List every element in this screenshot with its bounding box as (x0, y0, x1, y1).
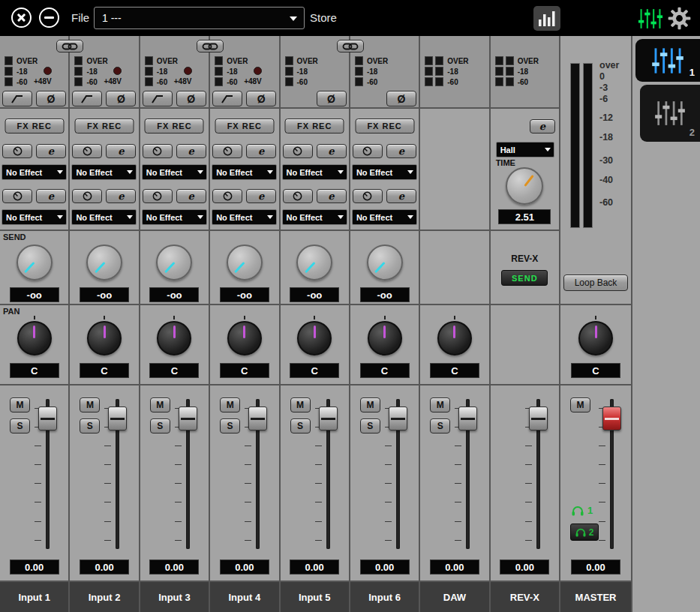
fader-handle[interactable] (179, 406, 197, 430)
mute-button[interactable]: M (10, 398, 30, 412)
fx2-edit-button[interactable]: e (317, 189, 347, 203)
pan-knob[interactable] (17, 321, 52, 356)
send-knob[interactable] (296, 244, 332, 280)
fx1-select[interactable]: No Effect (2, 164, 67, 180)
solo-button[interactable]: S (150, 418, 170, 434)
fader-handle[interactable] (458, 406, 477, 430)
fx-rec-button[interactable]: FX REC (285, 118, 344, 134)
solo-button[interactable]: S (360, 418, 380, 434)
solo-button[interactable]: S (430, 418, 450, 434)
fx1-edit-button[interactable]: e (176, 144, 206, 158)
mixer-view-button[interactable] (637, 7, 663, 30)
hpf-button[interactable] (72, 91, 102, 106)
pan-knob[interactable] (368, 321, 402, 356)
phase-button[interactable]: Ø (246, 91, 276, 106)
fx1-select[interactable]: No Effect (71, 164, 137, 180)
fx2-select[interactable]: No Effect (212, 209, 277, 225)
fx-rec-button[interactable]: FX REC (5, 118, 64, 134)
solo-button[interactable]: S (80, 418, 100, 434)
fx1-select[interactable]: No Effect (142, 164, 207, 180)
phones-1-indicator[interactable]: 1 (572, 505, 593, 516)
fx-rec-button[interactable]: FX REC (145, 118, 204, 134)
pan-knob[interactable] (157, 321, 191, 356)
fx1-knob-button[interactable] (143, 144, 173, 158)
mute-button[interactable]: M (360, 398, 380, 412)
fx2-select[interactable]: No Effect (2, 209, 67, 225)
fx1-select[interactable]: No Effect (282, 164, 347, 180)
fx2-edit-button[interactable]: e (176, 189, 206, 203)
fx2-edit-button[interactable]: e (106, 189, 136, 203)
phase-button[interactable]: Ø (317, 91, 347, 106)
fx2-select[interactable]: No Effect (142, 209, 207, 225)
minimize-icon[interactable] (39, 8, 59, 28)
fader-handle[interactable] (248, 406, 267, 430)
fx1-edit-button[interactable]: e (317, 144, 347, 158)
tab-mixer-1[interactable]: 1 (635, 39, 700, 82)
close-icon[interactable] (11, 8, 32, 28)
fx1-select[interactable]: No Effect (212, 164, 277, 180)
fx-rec-button[interactable]: FX REC (75, 118, 134, 134)
fx1-select[interactable]: No Effect (352, 164, 417, 180)
settings-button[interactable] (667, 7, 692, 30)
fx1-knob-button[interactable] (353, 144, 383, 158)
solo-button[interactable]: S (290, 418, 311, 434)
fx2-knob-button[interactable] (353, 189, 383, 203)
phase-button[interactable]: Ø (176, 91, 206, 106)
send-knob[interactable] (17, 244, 53, 280)
loop-back-button[interactable]: Loop Back (563, 274, 628, 291)
fx-rec-button[interactable]: FX REC (355, 118, 414, 134)
master-mute-button[interactable]: M (570, 398, 590, 412)
mute-button[interactable]: M (150, 398, 170, 412)
fader-handle[interactable] (389, 406, 407, 430)
reverb-edit-button[interactable]: e (530, 119, 555, 134)
fader-handle[interactable] (529, 406, 548, 430)
fx2-knob-button[interactable] (143, 189, 173, 203)
file-menu[interactable]: File (71, 11, 89, 24)
fx1-knob-button[interactable] (2, 144, 32, 158)
tab-mixer-2[interactable]: 2 (640, 85, 700, 142)
fx2-edit-button[interactable]: e (386, 189, 416, 203)
fader-handle[interactable] (319, 406, 338, 430)
hpf-button[interactable] (212, 91, 242, 106)
fx1-knob-button[interactable] (72, 144, 102, 158)
stereo-link-button-56[interactable] (337, 40, 364, 52)
stereo-link-button-34[interactable] (197, 40, 224, 52)
phase-button[interactable]: Ø (36, 91, 66, 106)
hpf-button[interactable] (2, 91, 32, 106)
fx2-edit-button[interactable]: e (246, 189, 276, 203)
fx1-knob-button[interactable] (212, 144, 242, 158)
pan-knob[interactable] (297, 321, 332, 356)
mute-button[interactable]: M (430, 398, 450, 412)
fx1-knob-button[interactable] (283, 144, 313, 158)
send-knob[interactable] (227, 244, 263, 280)
fx2-knob-button[interactable] (212, 189, 242, 203)
revx-send-button[interactable]: SEND (501, 270, 548, 286)
send-knob[interactable] (367, 244, 403, 280)
send-knob[interactable] (86, 244, 122, 280)
fx2-select[interactable]: No Effect (71, 209, 137, 225)
solo-button[interactable]: S (10, 418, 30, 434)
pan-knob[interactable] (227, 321, 262, 356)
solo-button[interactable]: S (220, 418, 240, 434)
fx1-edit-button[interactable]: e (36, 144, 66, 158)
phase-button[interactable]: Ø (106, 91, 136, 106)
fader-handle[interactable] (38, 406, 57, 430)
phase-button[interactable]: Ø (386, 91, 416, 106)
fx2-knob-button[interactable] (2, 189, 32, 203)
fx2-select[interactable]: No Effect (352, 209, 417, 225)
fx2-knob-button[interactable] (283, 189, 313, 203)
pan-knob[interactable] (437, 321, 472, 356)
fx1-edit-button[interactable]: e (246, 144, 276, 158)
fx-rec-button[interactable]: FX REC (215, 118, 274, 134)
master-fader-handle[interactable] (602, 406, 621, 430)
stereo-link-button-12[interactable] (56, 40, 83, 52)
reverb-type-select[interactable]: Hall (496, 142, 554, 158)
store-button[interactable]: Store (310, 11, 337, 24)
fx1-edit-button[interactable]: e (106, 144, 136, 158)
meter-view-button[interactable] (533, 6, 560, 31)
phones-2-button[interactable]: 2 (570, 524, 599, 541)
fx2-select[interactable]: No Effect (282, 209, 347, 225)
hpf-button[interactable] (143, 91, 173, 106)
preset-select[interactable]: 1 --- (94, 7, 305, 29)
fader-handle[interactable] (108, 406, 127, 430)
